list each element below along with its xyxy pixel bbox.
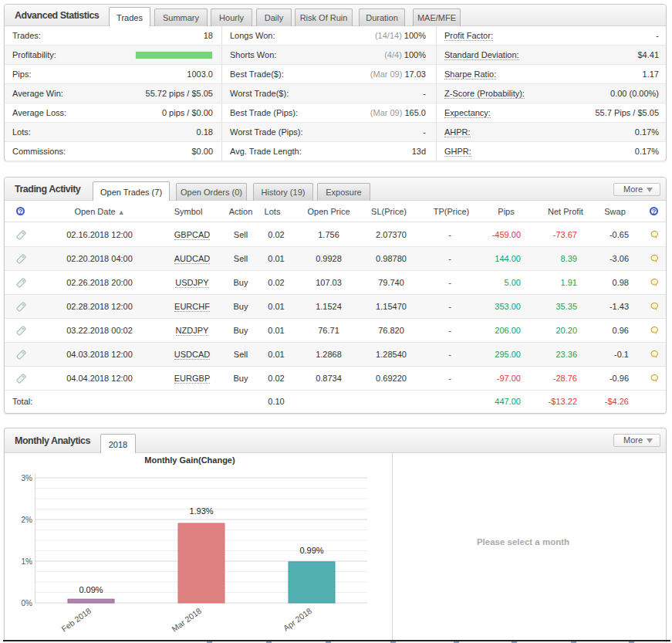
svg-text:1.93%: 1.93% bbox=[189, 506, 213, 516]
svg-text:0.09%: 0.09% bbox=[79, 585, 103, 594]
svg-text:0%: 0% bbox=[22, 599, 33, 607]
svg-text:2%: 2% bbox=[22, 516, 33, 524]
svg-text:Feb 2018: Feb 2018 bbox=[59, 606, 93, 634]
svg-text:3%: 3% bbox=[22, 474, 33, 482]
svg-text:0.99%: 0.99% bbox=[299, 546, 323, 555]
svg-text:1%: 1% bbox=[22, 557, 33, 566]
svg-text:Apr 2018: Apr 2018 bbox=[282, 606, 314, 633]
svg-text:Mar 2018: Mar 2018 bbox=[170, 606, 203, 634]
svg-text:Monthly Gain(Change): Monthly Gain(Change) bbox=[144, 455, 235, 465]
